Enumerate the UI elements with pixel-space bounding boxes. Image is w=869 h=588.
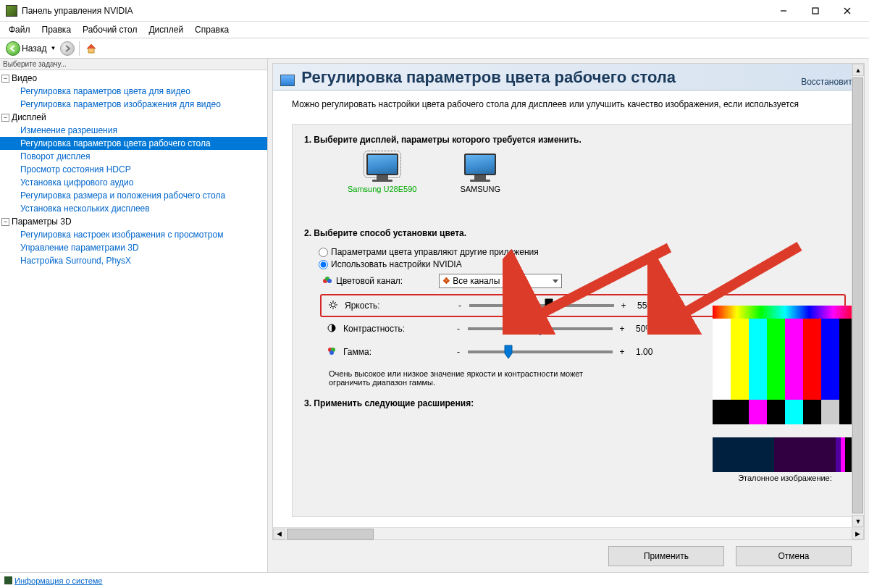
plus-icon: + bbox=[620, 301, 627, 311]
tree-item[interactable]: Регулировка параметров цвета для видео bbox=[0, 85, 267, 98]
contrast-label: Контрастность: bbox=[343, 324, 405, 334]
apply-button[interactable]: Применить bbox=[608, 546, 724, 566]
menu-display[interactable]: Дисплей bbox=[144, 23, 188, 36]
brightness-value: 55% bbox=[633, 301, 663, 311]
plus-icon: + bbox=[618, 347, 626, 357]
gamma-thumb[interactable] bbox=[504, 345, 513, 359]
content-area: Регулировка параметров цвета рабочего ст… bbox=[268, 59, 869, 572]
restore-link[interactable]: Восстановить bbox=[801, 77, 857, 87]
minus-icon: - bbox=[456, 301, 463, 311]
tree-item[interactable]: Изменение разрешения bbox=[0, 124, 267, 137]
collapse-icon[interactable]: − bbox=[1, 114, 9, 122]
scroll-thumb[interactable] bbox=[852, 77, 863, 513]
tree-item[interactable]: Установка цифрового аудио bbox=[0, 176, 267, 189]
radio-other-apps[interactable]: Параметрами цвета управляют другие прило… bbox=[319, 247, 846, 257]
display-label: SAMSUNG bbox=[460, 185, 500, 193]
collapse-icon[interactable]: − bbox=[1, 75, 9, 83]
page-header: Регулировка параметров цвета рабочего ст… bbox=[273, 64, 864, 91]
step2-heading: 2. Выберите способ установки цвета. bbox=[304, 228, 846, 238]
display-selector: Samsung U28E590 SAMSUNG bbox=[304, 154, 846, 193]
page-title: Регулировка параметров цвета рабочего ст… bbox=[301, 68, 676, 86]
svg-point-19 bbox=[329, 350, 334, 355]
sysinfo-link[interactable]: Информация о системе bbox=[14, 576, 102, 585]
monitor-icon bbox=[366, 154, 398, 175]
tree-item[interactable]: Регулировка параметров изображения для в… bbox=[0, 98, 267, 111]
radio-nvidia-input[interactable] bbox=[319, 260, 328, 269]
scroll-up-button[interactable]: ▲ bbox=[852, 64, 864, 76]
horizontal-scrollbar[interactable]: ◀ ▶ bbox=[273, 527, 864, 539]
tree-group-3d[interactable]: −Параметры 3D bbox=[0, 215, 267, 228]
menu-edit[interactable]: Правка bbox=[38, 23, 76, 36]
titlebar: Панель управления NVIDIA bbox=[0, 0, 869, 22]
cancel-button[interactable]: Отмена bbox=[736, 546, 852, 566]
gamma-icon bbox=[327, 347, 336, 358]
display-option-2[interactable]: SAMSUNG bbox=[460, 154, 500, 193]
channel-row: Цветовой канал: ❖ Все каналы bbox=[323, 274, 846, 288]
channel-icon bbox=[323, 277, 332, 285]
gamma-label: Гамма: bbox=[343, 347, 371, 357]
tree-item[interactable]: Поворот дисплея bbox=[0, 150, 267, 163]
contrast-icon bbox=[327, 324, 336, 335]
vertical-scrollbar[interactable]: ▲ ▼ bbox=[852, 64, 864, 527]
display-option-1[interactable]: Samsung U28E590 bbox=[348, 154, 416, 193]
tree-group-video[interactable]: −Видео bbox=[0, 72, 267, 85]
tree-item[interactable]: Регулировка размера и положения рабочего… bbox=[0, 189, 267, 202]
radio-label: Использовать настройки NVIDIA bbox=[331, 259, 462, 269]
channel-value: Все каналы bbox=[453, 276, 500, 286]
tree-item[interactable]: Управление параметрами 3D bbox=[0, 241, 267, 254]
tree-item[interactable]: Регулировка настроек изображения с просм… bbox=[0, 228, 267, 241]
tree-item[interactable]: Настройка Surround, PhysX bbox=[0, 254, 267, 267]
tree-item-selected[interactable]: Регулировка параметров цвета рабочего ст… bbox=[0, 137, 267, 150]
channel-select[interactable]: ❖ Все каналы bbox=[439, 274, 562, 288]
svg-line-15 bbox=[330, 307, 331, 308]
task-tree: −Видео Регулировка параметров цвета для … bbox=[0, 70, 267, 572]
menu-file[interactable]: Файл bbox=[4, 23, 35, 36]
brightness-slider[interactable] bbox=[469, 304, 614, 307]
app-icon bbox=[6, 5, 17, 17]
channel-label: Цветовой канал: bbox=[336, 276, 403, 286]
close-button[interactable] bbox=[831, 1, 863, 21]
forward-button[interactable] bbox=[60, 41, 75, 56]
scroll-down-button[interactable]: ▼ bbox=[852, 515, 864, 527]
step1-heading: 1. Выберите дисплей, параметры которого … bbox=[304, 135, 846, 145]
svg-line-12 bbox=[330, 302, 331, 303]
scroll-left-button[interactable]: ◀ bbox=[273, 529, 285, 539]
intro-text: Можно регулировать настройки цвета рабоч… bbox=[292, 99, 858, 109]
svg-point-6 bbox=[327, 279, 332, 283]
toolbar: Назад ▼ bbox=[0, 38, 869, 59]
footer-buttons: Применить Отмена bbox=[268, 540, 869, 572]
back-dropdown-icon[interactable]: ▼ bbox=[50, 45, 56, 51]
radio-other-apps-input[interactable] bbox=[319, 248, 328, 257]
contrast-slider[interactable] bbox=[468, 327, 613, 330]
sidebar: Выберите задачу... −Видео Регулировка па… bbox=[0, 59, 268, 572]
back-label: Назад bbox=[22, 43, 46, 54]
menu-help[interactable]: Справка bbox=[190, 23, 233, 36]
radio-nvidia[interactable]: Использовать настройки NVIDIA bbox=[319, 259, 846, 269]
gamma-slider[interactable] bbox=[468, 350, 613, 353]
tree-group-display[interactable]: −Дисплей bbox=[0, 111, 267, 124]
contrast-thumb[interactable] bbox=[536, 322, 545, 336]
page-header-icon bbox=[280, 75, 295, 86]
minimize-button[interactable] bbox=[768, 1, 799, 21]
window-title: Панель управления NVIDIA bbox=[22, 6, 768, 16]
back-button[interactable]: Назад ▼ bbox=[4, 40, 57, 57]
sidebar-header: Выберите задачу... bbox=[0, 59, 267, 70]
tree-item[interactable]: Просмотр состояния HDCP bbox=[0, 163, 267, 176]
menu-desktop[interactable]: Рабочий стол bbox=[78, 23, 141, 36]
home-button[interactable] bbox=[84, 41, 98, 56]
maximize-button[interactable] bbox=[799, 1, 831, 21]
radio-label: Параметрами цвета управляют другие прило… bbox=[331, 247, 539, 257]
scroll-right-button[interactable]: ▶ bbox=[852, 529, 864, 539]
collapse-icon[interactable]: − bbox=[1, 218, 9, 226]
minus-icon: - bbox=[455, 324, 462, 334]
reference-caption: Эталонное изображение: bbox=[713, 474, 857, 482]
svg-line-13 bbox=[335, 307, 336, 308]
brightness-thumb[interactable] bbox=[545, 298, 553, 313]
menubar: Файл Правка Рабочий стол Дисплей Справка bbox=[0, 22, 869, 38]
brightness-icon bbox=[329, 301, 337, 311]
tree-item[interactable]: Установка нескольких дисплеев bbox=[0, 202, 267, 215]
sysinfo-icon bbox=[4, 576, 12, 584]
settings-panel: 1. Выберите дисплей, параметры которого … bbox=[292, 124, 858, 517]
scroll-thumb[interactable] bbox=[287, 529, 374, 539]
minus-icon: - bbox=[455, 347, 462, 357]
